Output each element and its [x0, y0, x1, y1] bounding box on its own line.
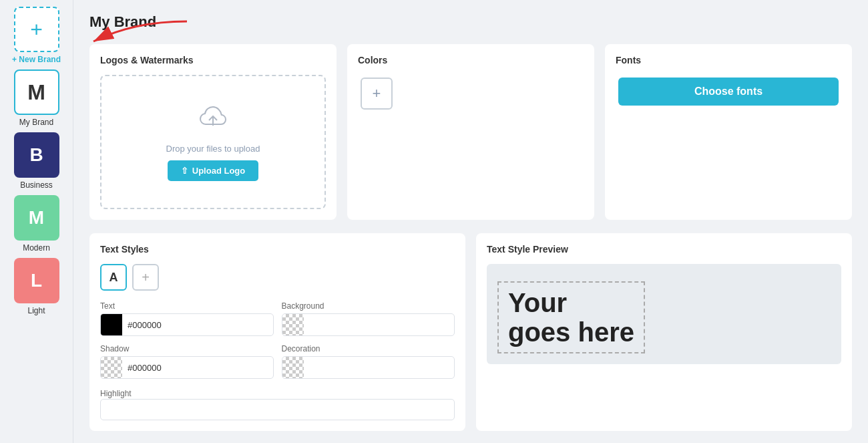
- colors-section-title: Colors: [358, 55, 584, 65]
- page-header: My Brand: [89, 13, 852, 31]
- text-preview-section: Text Style Preview Your goes here: [476, 233, 852, 431]
- main-content: My Brand Logos & Watermarks Drop your fi…: [73, 0, 868, 443]
- page-title: My Brand: [89, 13, 852, 31]
- shadow-color-field: #000000: [100, 356, 274, 379]
- choose-fonts-button[interactable]: Choose fonts: [618, 78, 839, 106]
- my-brand-avatar: M: [14, 69, 59, 115]
- shadow-color-input[interactable]: #000000: [122, 363, 273, 373]
- fonts-section-title: Fonts: [616, 55, 841, 65]
- upload-logo-button[interactable]: ⇧ Upload Logo: [168, 160, 258, 181]
- text-color-input[interactable]: #000000: [122, 320, 273, 330]
- preview-area: Your goes here: [487, 264, 841, 364]
- light-avatar: L: [14, 258, 59, 303]
- sidebar: + + New Brand M My Brand B Business M Mo…: [0, 0, 73, 443]
- highlight-field[interactable]: [100, 399, 455, 420]
- text-styles-title: Text Styles: [100, 244, 455, 255]
- sidebar-item-my-brand[interactable]: M My Brand: [9, 69, 65, 127]
- add-style-button[interactable]: +: [132, 264, 159, 291]
- decoration-color-input[interactable]: [304, 363, 455, 373]
- colors-section: Colors +: [347, 44, 594, 220]
- style-a-button[interactable]: A: [100, 264, 127, 291]
- highlight-group: Highlight: [100, 387, 455, 420]
- color-fields: Text #000000 Background Shadow: [100, 301, 455, 379]
- highlight-label: Highlight: [100, 389, 132, 398]
- decoration-color-swatch[interactable]: [282, 357, 304, 378]
- preview-text: Your goes here: [497, 281, 645, 353]
- text-styles-section: Text Styles A + Text #000000 Background: [89, 233, 465, 431]
- bottom-sections: Text Styles A + Text #000000 Background: [89, 233, 852, 431]
- upload-cloud-icon: [196, 103, 230, 137]
- shadow-color-swatch[interactable]: [101, 357, 122, 378]
- sidebar-item-light[interactable]: L Light: [9, 258, 65, 315]
- text-color-group: Text #000000: [100, 301, 274, 336]
- my-brand-label: My Brand: [19, 118, 53, 127]
- top-sections: Logos & Watermarks Drop your files to up…: [89, 44, 852, 220]
- modern-avatar: M: [14, 195, 59, 241]
- decoration-color-field: [282, 356, 455, 379]
- logos-section-title: Logos & Watermarks: [100, 55, 326, 65]
- fonts-section: Fonts Choose fonts: [605, 44, 852, 220]
- style-options: A +: [100, 264, 455, 291]
- new-brand-avatar: +: [14, 7, 59, 52]
- colors-area: +: [358, 75, 584, 208]
- text-preview-title: Text Style Preview: [487, 244, 841, 255]
- decoration-color-label: Decoration: [282, 344, 455, 353]
- text-color-label: Text: [100, 301, 274, 311]
- upload-label: Upload Logo: [192, 166, 245, 176]
- background-color-field: [282, 313, 455, 336]
- light-label: Light: [27, 306, 45, 315]
- background-color-swatch[interactable]: [282, 314, 304, 335]
- add-color-button[interactable]: +: [361, 78, 393, 110]
- shadow-color-label: Shadow: [100, 344, 274, 353]
- sidebar-item-modern[interactable]: M Modern: [9, 195, 65, 253]
- drop-text: Drop your files to upload: [166, 144, 260, 154]
- business-label: Business: [20, 180, 53, 190]
- background-color-label: Background: [282, 301, 455, 311]
- text-color-field: #000000: [100, 313, 274, 336]
- preview-line1: Your: [508, 288, 567, 317]
- decoration-color-group: Decoration: [282, 344, 455, 379]
- upload-zone[interactable]: Drop your files to upload ⇧ Upload Logo: [100, 75, 326, 209]
- preview-line2: goes here: [508, 317, 634, 347]
- text-color-swatch[interactable]: [101, 314, 122, 335]
- shadow-color-group: Shadow #000000: [100, 344, 274, 379]
- new-brand-label: + New Brand: [12, 55, 61, 64]
- background-color-input[interactable]: [304, 320, 455, 330]
- business-avatar: B: [14, 132, 59, 178]
- fonts-area: Choose fonts: [616, 75, 841, 208]
- upload-icon: ⇧: [181, 166, 188, 176]
- sidebar-item-new-brand[interactable]: + + New Brand: [9, 7, 65, 64]
- logos-section: Logos & Watermarks Drop your files to up…: [89, 44, 337, 220]
- background-color-group: Background: [282, 301, 455, 336]
- modern-label: Modern: [23, 243, 50, 253]
- sidebar-item-business[interactable]: B Business: [9, 132, 65, 190]
